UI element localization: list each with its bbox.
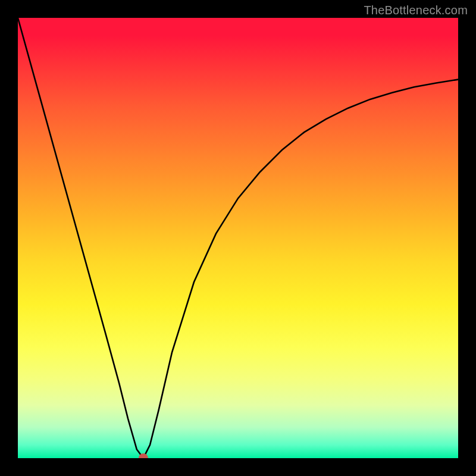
chart-frame: TheBottleneck.com <box>0 0 476 476</box>
chart-plot-area <box>18 18 458 458</box>
chart-curve-layer <box>18 18 458 458</box>
watermark-text: TheBottleneck.com <box>364 4 468 17</box>
bottleneck-curve <box>18 18 458 458</box>
